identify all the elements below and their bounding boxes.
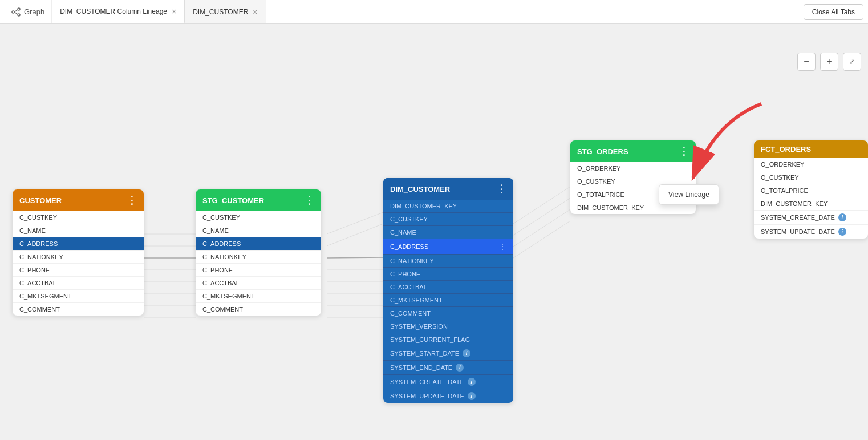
graph-label: Graph <box>24 7 44 16</box>
svg-point-2 <box>18 14 20 16</box>
graph-tab[interactable]: Graph <box>5 0 52 23</box>
tab2-label: DIM_CUSTOMER <box>193 8 248 16</box>
info-icon: i <box>838 228 846 236</box>
fct-orders-title: FCT_ORDERS <box>761 145 811 154</box>
table-row[interactable]: SYSTEM_VERSION <box>383 320 513 333</box>
tab-bar: Graph DIM_CUSTOMER Column Lineage × DIM_… <box>0 0 868 24</box>
table-row[interactable]: SYSTEM_UPDATE_DATE i <box>754 225 868 239</box>
customer-header: CUSTOMER ⋮ <box>13 189 144 211</box>
table-row[interactable]: C_ACCTBAL <box>383 281 513 294</box>
stg-customer-title: STG_CUSTOMER <box>202 196 264 205</box>
customer-more-button[interactable]: ⋮ <box>127 194 137 207</box>
info-icon: i <box>463 349 470 357</box>
table-row[interactable]: SYSTEM_START_DATE i <box>383 346 513 361</box>
table-row[interactable]: O_ORDERKEY <box>754 158 868 171</box>
stg-customer-card: STG_CUSTOMER ⋮ C_CUSTKEY C_NAME C_ADDRES… <box>196 189 321 316</box>
info-icon: i <box>838 213 846 221</box>
toolbar: − + ⤢ <box>797 53 861 71</box>
table-row[interactable]: C_NATIONKEY <box>196 251 321 264</box>
c-address-more-button[interactable]: ⋮ <box>498 242 506 251</box>
stg-customer-more-button[interactable]: ⋮ <box>304 194 314 207</box>
table-row[interactable]: SYSTEM_CURRENT_FLAG <box>383 333 513 346</box>
table-row[interactable]: C_COMMENT <box>383 307 513 320</box>
svg-line-21 <box>513 187 570 224</box>
table-row[interactable]: C_CUSTKEY <box>383 213 513 226</box>
svg-line-3 <box>14 10 18 12</box>
dim-customer-card: DIM_CUSTOMER ⋮ DIM_CUSTOMER_KEY C_CUSTKE… <box>383 178 513 403</box>
fct-orders-header: FCT_ORDERS <box>754 140 868 158</box>
table-row[interactable]: C_PHONE <box>196 264 321 277</box>
table-row[interactable]: C_ADDRESS ⋮ <box>383 239 513 255</box>
table-row[interactable]: C_CUSTKEY <box>13 211 144 224</box>
table-row[interactable]: C_NATIONKEY <box>13 251 144 264</box>
svg-line-24 <box>513 221 570 258</box>
zoom-out-icon: − <box>804 56 809 67</box>
table-row[interactable]: O_ORDERKEY <box>570 162 696 175</box>
tab-dim-customer-lineage[interactable]: DIM_CUSTOMER Column Lineage × <box>52 0 185 23</box>
svg-line-14 <box>327 212 383 234</box>
stg-orders-title: STG_ORDERS <box>577 147 628 156</box>
stg-customer-header: STG_CUSTOMER ⋮ <box>196 189 321 211</box>
table-row[interactable]: SYSTEM_UPDATE_DATE i <box>383 389 513 403</box>
table-row[interactable]: C_COMMENT <box>196 303 321 316</box>
zoom-out-button[interactable]: − <box>797 53 816 71</box>
tab1-close[interactable]: × <box>172 7 176 16</box>
svg-line-4 <box>14 12 18 14</box>
stg-orders-more-button[interactable]: ⋮ <box>679 145 689 158</box>
svg-line-23 <box>513 209 570 247</box>
svg-point-1 <box>18 8 20 10</box>
table-row[interactable]: C_MKTSEGMENT <box>383 294 513 307</box>
dim-customer-title: DIM_CUSTOMER <box>390 185 450 193</box>
table-row[interactable]: C_PHONE <box>383 268 513 281</box>
customer-title: CUSTOMER <box>19 196 62 205</box>
tab2-close[interactable]: × <box>253 7 257 17</box>
close-all-button[interactable]: Close All Tabs <box>804 4 863 20</box>
fullscreen-icon: ⤢ <box>849 58 855 66</box>
table-row[interactable]: C_NAME <box>13 224 144 237</box>
table-row[interactable]: C_ACCTBAL <box>13 277 144 290</box>
dim-customer-more-button[interactable]: ⋮ <box>496 183 506 195</box>
table-row[interactable]: O_TOTALPRICE <box>754 184 868 197</box>
info-icon: i <box>456 364 464 372</box>
info-icon: i <box>468 378 476 386</box>
table-row[interactable]: DIM_CUSTOMER_KEY <box>383 200 513 213</box>
stg-orders-header: STG_ORDERS ⋮ <box>570 140 696 162</box>
table-row[interactable]: SYSTEM_CREATE_DATE i <box>383 375 513 389</box>
table-row[interactable]: C_MKTSEGMENT <box>196 290 321 303</box>
view-lineage-tooltip[interactable]: View Lineage <box>659 184 719 205</box>
graph-icon <box>11 7 21 17</box>
customer-card: CUSTOMER ⋮ C_CUSTKEY C_NAME C_ADDRESS C_… <box>13 189 144 316</box>
table-row[interactable]: C_CUSTKEY <box>196 211 321 224</box>
table-row[interactable]: C_ADDRESS <box>196 237 321 251</box>
info-icon: i <box>468 392 476 400</box>
svg-line-22 <box>513 198 570 235</box>
table-row[interactable]: C_COMMENT <box>13 303 144 316</box>
table-row[interactable]: C_ACCTBAL <box>196 277 321 290</box>
table-row[interactable]: SYSTEM_CREATE_DATE i <box>754 211 868 225</box>
table-row[interactable]: C_PHONE <box>13 264 144 277</box>
tab1-label: DIM_CUSTOMER Column Lineage <box>60 7 167 15</box>
fct-orders-card: FCT_ORDERS O_ORDERKEY O_CUSTKEY O_TOTALP… <box>754 140 868 239</box>
table-row[interactable]: C_ADDRESS <box>13 237 144 251</box>
table-row[interactable]: C_NATIONKEY <box>383 255 513 268</box>
svg-line-15 <box>327 224 383 246</box>
canvas: − + ⤢ CUSTOM <box>0 24 868 440</box>
svg-point-0 <box>12 11 14 13</box>
dim-customer-header: DIM_CUSTOMER ⋮ <box>383 178 513 200</box>
table-row[interactable]: C_NAME <box>196 224 321 237</box>
table-row[interactable]: C_MKTSEGMENT <box>13 290 144 303</box>
tab-dim-customer[interactable]: DIM_CUSTOMER × <box>185 0 266 23</box>
zoom-in-button[interactable]: + <box>820 53 838 71</box>
svg-line-6 <box>327 257 383 258</box>
zoom-in-icon: + <box>826 56 832 67</box>
table-row[interactable]: SYSTEM_END_DATE i <box>383 361 513 375</box>
fullscreen-button[interactable]: ⤢ <box>843 53 861 71</box>
table-row[interactable]: C_NAME <box>383 226 513 239</box>
view-lineage-label: View Lineage <box>668 191 709 199</box>
table-row[interactable]: O_CUSTKEY <box>754 171 868 184</box>
table-row[interactable]: DIM_CUSTOMER_KEY <box>754 197 868 211</box>
